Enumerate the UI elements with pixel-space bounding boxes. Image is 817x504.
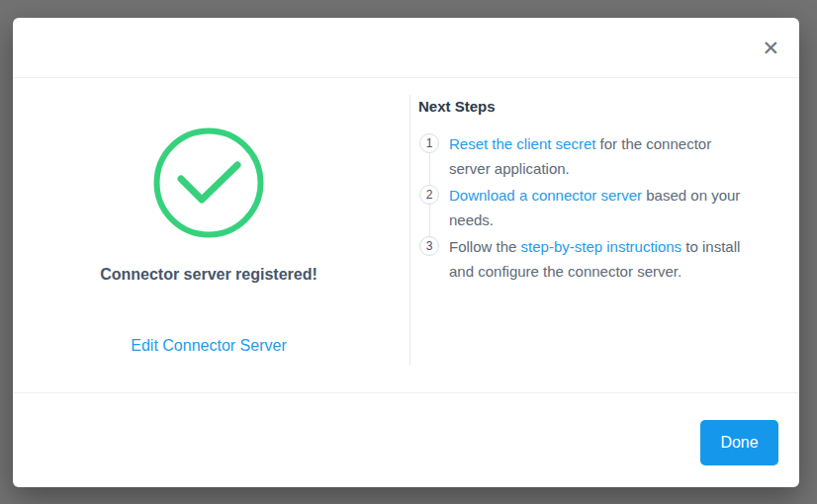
step-item: 3Follow the step-by-step instructions to… [419, 234, 775, 284]
next-steps-heading: Next Steps [418, 98, 775, 115]
step-text: Reset the client secret for the connecto… [449, 131, 775, 181]
step-text: Follow the step-by-step instructions to … [449, 234, 775, 284]
step-text-segment: based on your [642, 187, 740, 204]
close-icon[interactable]: ✕ [762, 38, 779, 58]
success-panel: Connector server registered! Edit Connec… [13, 78, 405, 392]
step-link[interactable]: step-by-step instructions [521, 238, 682, 255]
step-number-badge: 1 [419, 133, 439, 153]
success-checkmark-icon [153, 127, 264, 238]
step-text: Download a connector server based on you… [449, 183, 775, 232]
step-text-segment: for the connector [595, 135, 711, 152]
dialog-footer: Done [13, 392, 799, 487]
step-text-segment: to install [681, 238, 740, 255]
step-text-segment: needs. [449, 211, 494, 228]
step-number-badge: 2 [419, 185, 439, 205]
step-item: 2Download a connector server based on yo… [419, 183, 775, 232]
step-text-segment: Follow the [449, 238, 521, 255]
dialog-header: ✕ [13, 18, 799, 78]
step-text-segment: server application. [449, 160, 570, 177]
connector-registered-dialog: ✕ Connector server registered! Edit Conn… [13, 18, 799, 487]
step-item: 1Reset the client secret for the connect… [419, 131, 775, 181]
steps-list: 1Reset the client secret for the connect… [419, 131, 775, 284]
step-text-segment: and configure the connector server. [449, 263, 681, 280]
success-title: Connector server registered! [100, 266, 318, 284]
step-link[interactable]: Reset the client secret [449, 135, 595, 152]
vertical-divider [409, 95, 410, 365]
step-link[interactable]: Download a connector server [449, 187, 642, 204]
step-number-badge: 3 [419, 236, 439, 256]
next-steps-panel: Next Steps 1Reset the client secret for … [405, 78, 799, 392]
done-button[interactable]: Done [700, 420, 778, 465]
edit-connector-server-link[interactable]: Edit Connector Server [131, 337, 286, 355]
dialog-body: Connector server registered! Edit Connec… [13, 78, 799, 392]
